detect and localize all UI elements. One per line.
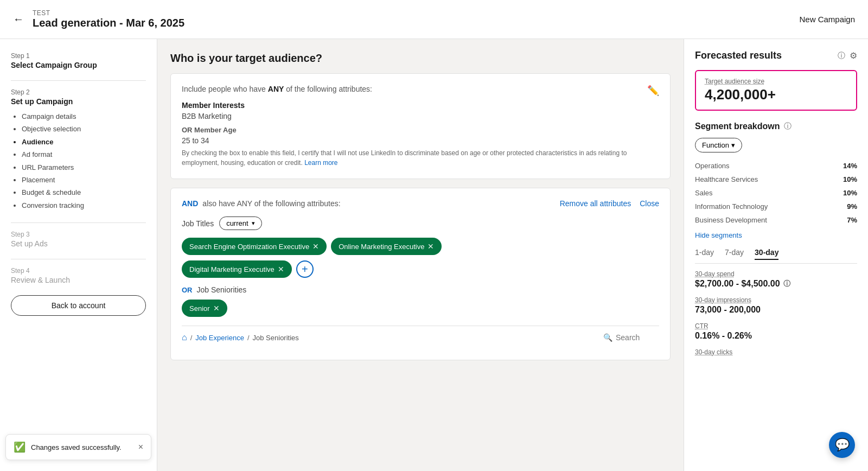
or-member-age-label: OR Member Age	[182, 126, 659, 134]
tag-digital-remove-icon[interactable]: ✕	[278, 265, 284, 273]
step2-items: Campaign details Objective selection Aud…	[11, 110, 146, 212]
remove-all-link[interactable]: Remove all attributes	[560, 199, 631, 208]
impressions-value: 73,000 - 200,000	[695, 305, 857, 315]
tag-online-remove-icon[interactable]: ✕	[427, 242, 434, 251]
ctr-label: CTR	[695, 322, 857, 330]
step2-item-budget[interactable]: Budget & schedule	[22, 186, 146, 199]
step2-item-placement[interactable]: Placement	[22, 174, 146, 186]
search-input[interactable]	[616, 333, 659, 342]
job-seniorities-label: Job Seniorities	[197, 285, 247, 294]
impressions-metric: 30-day impressions 73,000 - 200,000	[695, 296, 857, 315]
tab-7day[interactable]: 7-day	[725, 248, 744, 260]
tag-digital-marketing[interactable]: Digital Marketing Executive ✕	[182, 260, 292, 278]
member-interests-group: Member Interests B2B Marketing	[182, 101, 659, 120]
learn-more-link[interactable]: Learn more	[304, 159, 337, 167]
segment-pct-bizdev: 7%	[847, 216, 857, 224]
spend-label: 30-day spend	[695, 270, 857, 278]
breadcrumb-job-experience[interactable]: Job Experience	[195, 334, 244, 342]
step2-item-objective[interactable]: Objective selection	[22, 123, 146, 135]
forecasted-help-icon[interactable]: ⓘ	[838, 51, 845, 61]
back-to-account-button[interactable]: Back to account	[11, 295, 146, 316]
spend-help-icon[interactable]: ⓘ	[783, 279, 790, 289]
segment-pct-operations: 14%	[843, 162, 857, 170]
seniority-tags-row: Senior ✕	[182, 300, 659, 317]
spend-value: $2,700.00 - $4,500.00 ⓘ	[695, 279, 857, 289]
step4-label: Step 4	[11, 267, 146, 275]
add-tag-button[interactable]: +	[296, 260, 314, 278]
step2-item-audience[interactable]: Audience	[22, 136, 146, 148]
segment-help-icon[interactable]: ⓘ	[784, 122, 792, 131]
segment-row-healthcare: Healthcare Services 10%	[695, 173, 857, 186]
breadcrumb-home-icon[interactable]: ⌂	[182, 333, 187, 342]
clicks-label: 30-day clicks	[695, 348, 857, 356]
forecasted-title: Forecasted results	[695, 50, 833, 61]
current-pill-button[interactable]: current ▾	[219, 217, 261, 230]
breadcrumb-job-seniorities: Job Seniorities	[253, 334, 299, 342]
step2-item-campaign-details[interactable]: Campaign details	[22, 110, 146, 123]
or-seniorities-section: OR Job Seniorities Senior ✕	[182, 285, 659, 317]
and-badge: AND	[182, 199, 198, 208]
segment-name-operations: Operations	[695, 162, 730, 170]
hide-segments-link[interactable]: Hide segments	[695, 231, 857, 239]
tab-1day[interactable]: 1-day	[695, 248, 714, 260]
header-title-group: TEST Lead generation - Mar 6, 2025	[33, 9, 184, 29]
segment-row-operations: Operations 14%	[695, 159, 857, 173]
segment-name-healthcare: Healthcare Services	[695, 175, 758, 183]
tag-online-label: Online Marketing Executive	[339, 243, 424, 251]
new-campaign-button[interactable]: New Campaign	[799, 15, 855, 24]
function-dropdown-button[interactable]: Function ▾	[695, 138, 742, 152]
tag-senior[interactable]: Senior ✕	[182, 300, 227, 317]
breadcrumb-bar: ⌂ / Job Experience / Job Seniorities 🔍	[182, 326, 659, 349]
step2-item-conversion[interactable]: Conversion tracking	[22, 199, 146, 212]
step1-group: Step 1 Select Campaign Group	[11, 52, 146, 69]
tag-seo-label: Search Engine Optimization Executive	[189, 243, 309, 251]
edit-icon[interactable]: ✏️	[647, 85, 659, 97]
member-interests-value: B2B Marketing	[182, 112, 659, 120]
tag-online-marketing[interactable]: Online Marketing Executive ✕	[331, 238, 442, 255]
toast-close-button[interactable]: ×	[138, 442, 143, 452]
breadcrumb-search: 🔍	[603, 333, 659, 342]
header-left: ← TEST Lead generation - Mar 6, 2025	[13, 9, 184, 29]
main-layout: Step 1 Select Campaign Group Step 2 Set …	[0, 39, 868, 471]
step2-label: Step 2	[11, 88, 146, 96]
step2-title: Set up Campaign	[11, 97, 146, 106]
audience-attributes-card: Include people who have ANY of the follo…	[170, 73, 671, 179]
ctr-value: 0.16% - 0.26%	[695, 331, 857, 341]
impressions-label: 30-day impressions	[695, 296, 857, 304]
segment-row-bizdev: Business Development 7%	[695, 213, 857, 227]
tag-seo-remove-icon[interactable]: ✕	[312, 242, 319, 251]
segment-row-it: Information Technology 9%	[695, 200, 857, 213]
step3-title: Set up Ads	[11, 239, 146, 248]
day-tabs: 1-day 7-day 30-day	[695, 248, 857, 264]
back-arrow-button[interactable]: ←	[13, 13, 24, 26]
close-link[interactable]: Close	[640, 199, 659, 208]
job-titles-row: Job Titles current ▾	[182, 217, 659, 230]
toast-message: Changes saved successfully.	[31, 443, 122, 451]
chat-fab-button[interactable]: 💬	[829, 432, 855, 458]
any-bold: ANY	[268, 85, 284, 93]
step2-item-url[interactable]: URL Parameters	[22, 161, 146, 174]
step3-group: Step 3 Set up Ads	[11, 231, 146, 248]
and-text: also have ANY of the following attribute…	[202, 199, 555, 208]
step4-group: Step 4 Review & Launch	[11, 267, 146, 284]
tag-senior-label: Senior	[189, 304, 210, 313]
and-section: AND also have ANY of the following attri…	[170, 188, 671, 360]
toast-notification: ✅ Changes saved successfully. ×	[5, 434, 151, 460]
segment-row-sales: Sales 10%	[695, 186, 857, 200]
step4-title: Review & Launch	[11, 276, 146, 284]
header: ← TEST Lead generation - Mar 6, 2025 New…	[0, 0, 868, 39]
segment-name-sales: Sales	[695, 189, 713, 197]
gear-icon[interactable]: ⚙	[850, 50, 857, 61]
job-titles-label: Job Titles	[182, 219, 214, 228]
step2-item-ad-format[interactable]: Ad format	[22, 148, 146, 161]
forecasted-header: Forecasted results ⓘ ⚙	[695, 50, 857, 61]
step1-title: Select Campaign Group	[11, 61, 146, 69]
sidebar: Step 1 Select Campaign Group Step 2 Set …	[0, 39, 157, 471]
tag-senior-remove-icon[interactable]: ✕	[213, 304, 220, 313]
breadcrumb-sep-1: /	[190, 334, 193, 342]
clicks-metric: 30-day clicks	[695, 348, 857, 356]
member-interests-label: Member Interests	[182, 101, 659, 110]
toast-check-icon: ✅	[14, 441, 25, 453]
tag-seo-executive[interactable]: Search Engine Optimization Executive ✕	[182, 238, 327, 255]
tab-30day[interactable]: 30-day	[755, 248, 778, 260]
